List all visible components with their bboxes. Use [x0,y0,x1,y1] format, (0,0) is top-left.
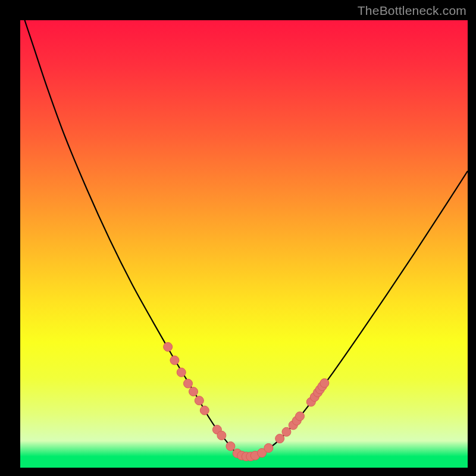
sample-point [189,387,198,396]
chart-frame: TheBottleneck.com [0,0,476,476]
sample-point [200,406,209,415]
sample-point [170,356,179,365]
sample-point [164,342,173,351]
sample-point [282,427,291,436]
sample-point [195,396,203,405]
bottleneck-curve [25,20,468,457]
watermark-text: TheBottleneck.com [358,4,466,18]
sample-point [217,431,226,440]
sample-point [184,379,193,388]
sample-point [296,412,305,421]
sample-point [320,378,329,387]
sample-point [275,434,284,443]
marker-layer [164,342,329,461]
sample-point [264,443,273,452]
sample-point [226,441,235,450]
sample-point [177,368,186,377]
chart-svg [20,20,468,468]
plot-area [20,20,468,468]
